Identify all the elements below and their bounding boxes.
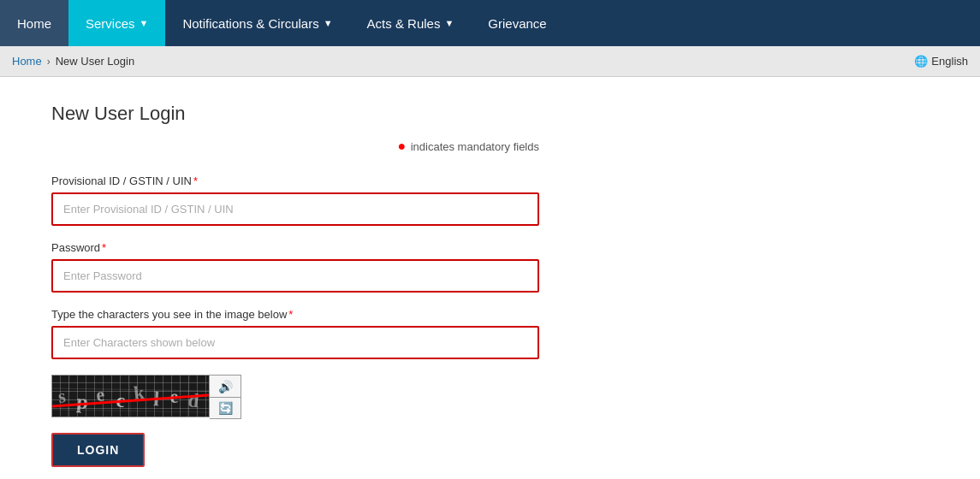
acts-caret-icon: ▼ [444, 18, 454, 28]
breadcrumb-bar: Home › New User Login 🌐 English [0, 46, 980, 77]
breadcrumb-current-page: New User Login [56, 55, 135, 68]
mandatory-note: ● indicates mandatory fields [51, 139, 539, 154]
login-button[interactable]: LOGIN [51, 433, 145, 467]
captcha-image: s p e c k l e d [51, 375, 210, 417]
captcha-required-marker: * [288, 308, 293, 321]
breadcrumb: Home › New User Login [12, 55, 134, 68]
main-nav: Home Services ▼ Notifications & Circular… [0, 0, 980, 46]
nav-home[interactable]: Home [0, 0, 68, 46]
services-caret-icon: ▼ [140, 18, 149, 28]
captcha-label: Type the characters you see in the image… [51, 308, 539, 321]
page-title: New User Login [51, 103, 929, 125]
captcha-controls: 🔊 🔄 [210, 375, 241, 419]
password-input[interactable] [51, 259, 539, 293]
globe-icon: 🌐 [914, 55, 928, 68]
provisional-id-group: Provisional ID / GSTIN / UIN* [51, 174, 539, 226]
language-selector[interactable]: 🌐 English [914, 55, 968, 68]
nav-grievance[interactable]: Grievance [471, 0, 563, 46]
mandatory-dot-icon: ● [397, 139, 406, 153]
notifications-caret-icon: ▼ [324, 18, 333, 28]
provisional-id-label: Provisional ID / GSTIN / UIN* [51, 174, 539, 187]
password-label: Password* [51, 241, 539, 254]
captcha-image-container: s p e c k l e d 🔊 🔄 [51, 375, 929, 419]
captcha-input[interactable] [51, 326, 539, 359]
nav-services[interactable]: Services ▼ [68, 0, 165, 46]
provisional-required-marker: * [193, 174, 198, 187]
breadcrumb-home-link[interactable]: Home [12, 55, 42, 68]
nav-notifications[interactable]: Notifications & Circulars ▼ [165, 0, 349, 46]
captcha-refresh-button[interactable]: 🔄 [210, 397, 241, 418]
captcha-audio-button[interactable]: 🔊 [210, 376, 241, 397]
provisional-id-input[interactable] [51, 192, 539, 226]
password-required-marker: * [102, 241, 106, 254]
main-content: New User Login ● indicates mandatory fie… [0, 77, 980, 479]
captcha-group: Type the characters you see in the image… [51, 308, 539, 359]
password-group: Password* [51, 241, 539, 293]
nav-acts[interactable]: Acts & Rules ▼ [350, 0, 472, 46]
language-label: English [931, 55, 968, 68]
breadcrumb-separator: › [47, 56, 50, 68]
